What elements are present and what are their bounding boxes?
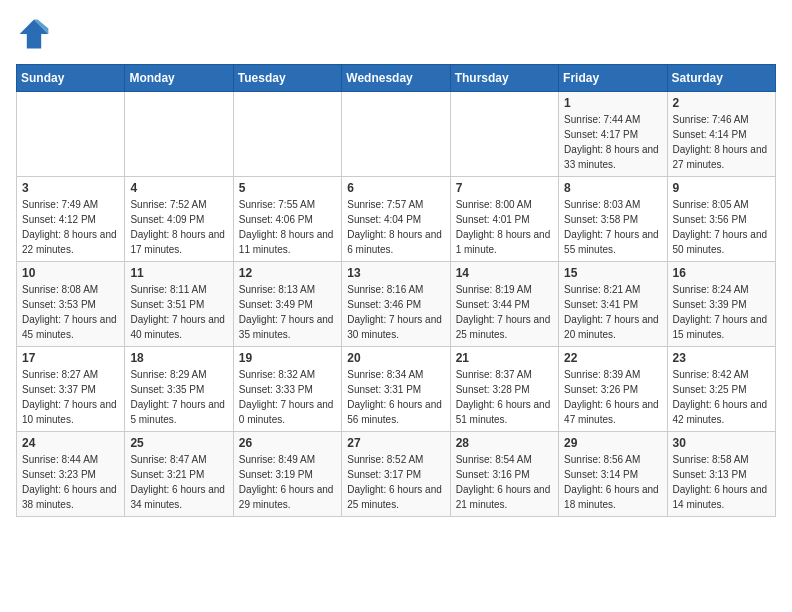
day-number: 13 [347,266,444,280]
calendar-cell: 18Sunrise: 8:29 AMSunset: 3:35 PMDayligh… [125,347,233,432]
day-number: 22 [564,351,661,365]
day-number: 15 [564,266,661,280]
day-info: Sunrise: 8:08 AMSunset: 3:53 PMDaylight:… [22,282,119,342]
calendar-cell [233,92,341,177]
day-info: Sunrise: 8:49 AMSunset: 3:19 PMDaylight:… [239,452,336,512]
calendar-cell: 24Sunrise: 8:44 AMSunset: 3:23 PMDayligh… [17,432,125,517]
calendar-cell: 14Sunrise: 8:19 AMSunset: 3:44 PMDayligh… [450,262,558,347]
weekday-header: Saturday [667,65,775,92]
day-info: Sunrise: 8:27 AMSunset: 3:37 PMDaylight:… [22,367,119,427]
calendar-cell: 22Sunrise: 8:39 AMSunset: 3:26 PMDayligh… [559,347,667,432]
calendar-week-row: 3Sunrise: 7:49 AMSunset: 4:12 PMDaylight… [17,177,776,262]
calendar-cell: 27Sunrise: 8:52 AMSunset: 3:17 PMDayligh… [342,432,450,517]
calendar-cell [17,92,125,177]
calendar-cell: 1Sunrise: 7:44 AMSunset: 4:17 PMDaylight… [559,92,667,177]
day-info: Sunrise: 7:57 AMSunset: 4:04 PMDaylight:… [347,197,444,257]
day-info: Sunrise: 8:52 AMSunset: 3:17 PMDaylight:… [347,452,444,512]
weekday-header: Sunday [17,65,125,92]
logo-icon [16,16,52,52]
day-number: 5 [239,181,336,195]
day-number: 18 [130,351,227,365]
calendar-week-row: 17Sunrise: 8:27 AMSunset: 3:37 PMDayligh… [17,347,776,432]
svg-marker-0 [20,20,49,49]
day-info: Sunrise: 8:47 AMSunset: 3:21 PMDaylight:… [130,452,227,512]
day-number: 21 [456,351,553,365]
day-info: Sunrise: 8:00 AMSunset: 4:01 PMDaylight:… [456,197,553,257]
calendar-table: SundayMondayTuesdayWednesdayThursdayFrid… [16,64,776,517]
day-info: Sunrise: 8:34 AMSunset: 3:31 PMDaylight:… [347,367,444,427]
calendar-week-row: 1Sunrise: 7:44 AMSunset: 4:17 PMDaylight… [17,92,776,177]
calendar-cell: 6Sunrise: 7:57 AMSunset: 4:04 PMDaylight… [342,177,450,262]
day-info: Sunrise: 8:56 AMSunset: 3:14 PMDaylight:… [564,452,661,512]
day-number: 23 [673,351,770,365]
day-number: 24 [22,436,119,450]
day-info: Sunrise: 8:37 AMSunset: 3:28 PMDaylight:… [456,367,553,427]
day-info: Sunrise: 8:44 AMSunset: 3:23 PMDaylight:… [22,452,119,512]
calendar-week-row: 24Sunrise: 8:44 AMSunset: 3:23 PMDayligh… [17,432,776,517]
weekday-header: Monday [125,65,233,92]
calendar-cell: 20Sunrise: 8:34 AMSunset: 3:31 PMDayligh… [342,347,450,432]
day-info: Sunrise: 8:29 AMSunset: 3:35 PMDaylight:… [130,367,227,427]
day-info: Sunrise: 8:21 AMSunset: 3:41 PMDaylight:… [564,282,661,342]
weekday-header-row: SundayMondayTuesdayWednesdayThursdayFrid… [17,65,776,92]
day-number: 2 [673,96,770,110]
day-info: Sunrise: 8:13 AMSunset: 3:49 PMDaylight:… [239,282,336,342]
day-number: 29 [564,436,661,450]
day-info: Sunrise: 8:32 AMSunset: 3:33 PMDaylight:… [239,367,336,427]
day-info: Sunrise: 8:58 AMSunset: 3:13 PMDaylight:… [673,452,770,512]
logo [16,16,58,52]
calendar-cell: 15Sunrise: 8:21 AMSunset: 3:41 PMDayligh… [559,262,667,347]
calendar-cell [342,92,450,177]
day-info: Sunrise: 8:11 AMSunset: 3:51 PMDaylight:… [130,282,227,342]
day-info: Sunrise: 8:19 AMSunset: 3:44 PMDaylight:… [456,282,553,342]
weekday-header: Thursday [450,65,558,92]
calendar-cell: 28Sunrise: 8:54 AMSunset: 3:16 PMDayligh… [450,432,558,517]
calendar-cell: 25Sunrise: 8:47 AMSunset: 3:21 PMDayligh… [125,432,233,517]
calendar-cell: 17Sunrise: 8:27 AMSunset: 3:37 PMDayligh… [17,347,125,432]
day-number: 10 [22,266,119,280]
calendar-cell: 10Sunrise: 8:08 AMSunset: 3:53 PMDayligh… [17,262,125,347]
calendar-cell: 11Sunrise: 8:11 AMSunset: 3:51 PMDayligh… [125,262,233,347]
day-info: Sunrise: 8:42 AMSunset: 3:25 PMDaylight:… [673,367,770,427]
calendar-week-row: 10Sunrise: 8:08 AMSunset: 3:53 PMDayligh… [17,262,776,347]
day-number: 3 [22,181,119,195]
calendar-cell: 5Sunrise: 7:55 AMSunset: 4:06 PMDaylight… [233,177,341,262]
day-number: 20 [347,351,444,365]
calendar-cell: 19Sunrise: 8:32 AMSunset: 3:33 PMDayligh… [233,347,341,432]
calendar-cell: 7Sunrise: 8:00 AMSunset: 4:01 PMDaylight… [450,177,558,262]
day-number: 12 [239,266,336,280]
calendar-cell: 3Sunrise: 7:49 AMSunset: 4:12 PMDaylight… [17,177,125,262]
day-info: Sunrise: 8:54 AMSunset: 3:16 PMDaylight:… [456,452,553,512]
calendar-cell: 13Sunrise: 8:16 AMSunset: 3:46 PMDayligh… [342,262,450,347]
weekday-header: Tuesday [233,65,341,92]
day-number: 27 [347,436,444,450]
day-number: 19 [239,351,336,365]
day-info: Sunrise: 8:39 AMSunset: 3:26 PMDaylight:… [564,367,661,427]
day-info: Sunrise: 8:24 AMSunset: 3:39 PMDaylight:… [673,282,770,342]
calendar-cell: 23Sunrise: 8:42 AMSunset: 3:25 PMDayligh… [667,347,775,432]
day-info: Sunrise: 7:52 AMSunset: 4:09 PMDaylight:… [130,197,227,257]
calendar-cell: 8Sunrise: 8:03 AMSunset: 3:58 PMDaylight… [559,177,667,262]
calendar-cell: 30Sunrise: 8:58 AMSunset: 3:13 PMDayligh… [667,432,775,517]
day-info: Sunrise: 7:44 AMSunset: 4:17 PMDaylight:… [564,112,661,172]
day-number: 28 [456,436,553,450]
weekday-header: Wednesday [342,65,450,92]
day-number: 30 [673,436,770,450]
day-info: Sunrise: 8:16 AMSunset: 3:46 PMDaylight:… [347,282,444,342]
day-number: 14 [456,266,553,280]
calendar-cell: 4Sunrise: 7:52 AMSunset: 4:09 PMDaylight… [125,177,233,262]
calendar-cell: 21Sunrise: 8:37 AMSunset: 3:28 PMDayligh… [450,347,558,432]
day-number: 26 [239,436,336,450]
day-info: Sunrise: 8:03 AMSunset: 3:58 PMDaylight:… [564,197,661,257]
day-number: 4 [130,181,227,195]
day-number: 25 [130,436,227,450]
calendar-cell: 2Sunrise: 7:46 AMSunset: 4:14 PMDaylight… [667,92,775,177]
day-number: 6 [347,181,444,195]
day-number: 17 [22,351,119,365]
day-info: Sunrise: 7:49 AMSunset: 4:12 PMDaylight:… [22,197,119,257]
page-header [16,16,776,52]
calendar-cell: 9Sunrise: 8:05 AMSunset: 3:56 PMDaylight… [667,177,775,262]
calendar-cell: 29Sunrise: 8:56 AMSunset: 3:14 PMDayligh… [559,432,667,517]
calendar-cell: 16Sunrise: 8:24 AMSunset: 3:39 PMDayligh… [667,262,775,347]
day-number: 9 [673,181,770,195]
